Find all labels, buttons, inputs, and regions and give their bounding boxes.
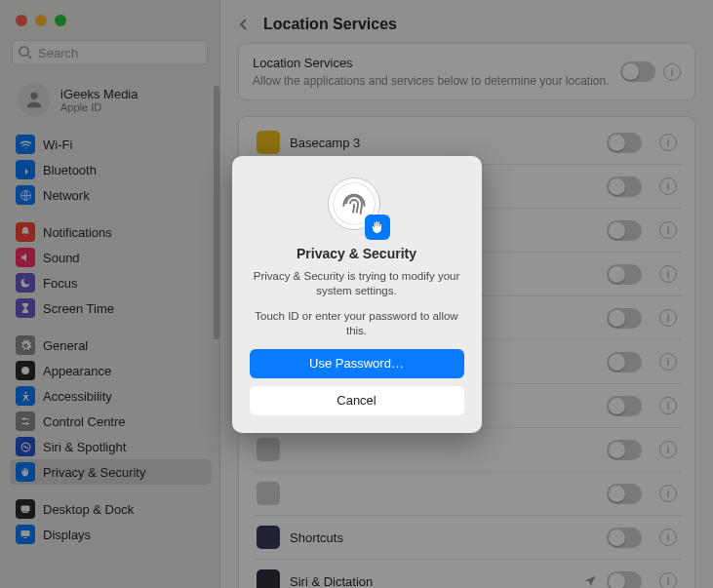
- modal-message-2: Touch ID or enter your password to allow…: [250, 309, 464, 339]
- auth-modal: Privacy & Security Privacy & Security is…: [232, 155, 482, 432]
- privacy-hand-icon: [365, 214, 390, 239]
- use-password-button[interactable]: Use Password…: [250, 349, 464, 378]
- cancel-button[interactable]: Cancel: [250, 386, 464, 415]
- modal-icon: [328, 176, 386, 235]
- modal-message-1: Privacy & Security is trying to modify y…: [250, 268, 464, 298]
- modal-title: Privacy & Security: [250, 245, 464, 260]
